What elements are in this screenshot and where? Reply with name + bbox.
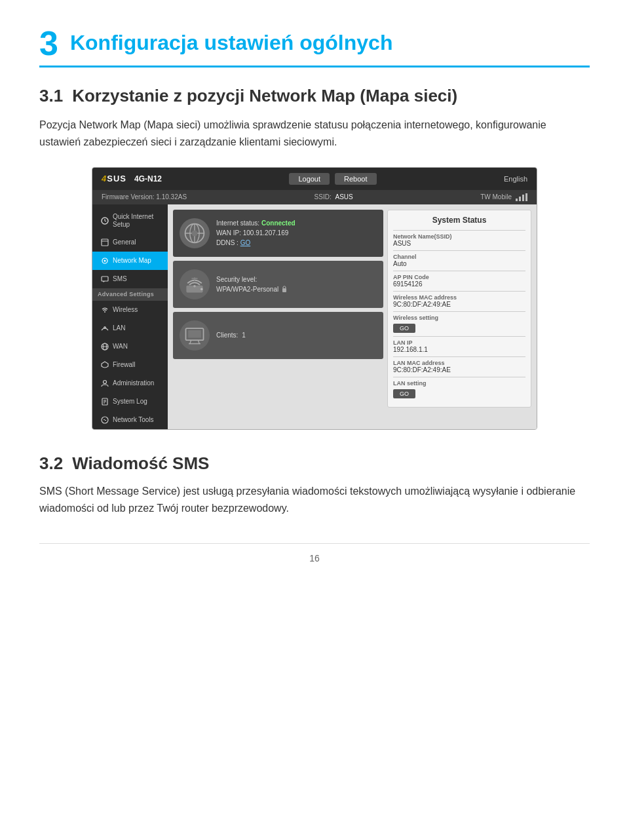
lan-mac-row: LAN MAC address 9C:80:DF:A2:49:AE [393,360,525,373]
svg-rect-1 [102,239,108,246]
lan-mac-value: 9C:80:DF:A2:49:AE [393,366,525,373]
system-status-title: System Status [393,216,525,225]
channel-label: Channel [393,254,525,260]
router-model: 4G-N12 [134,174,162,183]
quick-setup-icon [100,216,109,225]
globe-icon [183,221,206,245]
sidebar-item-network-map[interactable]: Network Map [92,252,168,270]
sidebar-label-lan: LAN [113,324,125,332]
ddns-label: DDNS : [216,239,238,246]
sidebar-item-network-tools[interactable]: Network Tools [92,411,168,429]
sidebar-label-administration: Administration [113,379,154,387]
internet-status-label: Internet status: [216,220,259,227]
network-panels: Internet status: Connected WAN IP: 100.9… [173,210,531,408]
firmware-version: Firmware Version: 1.10.32AS [102,193,187,200]
network-name-value: ASUS [393,240,525,247]
signal-bar-3 [522,195,524,201]
sidebar-item-quick-setup[interactable]: Quick Internet Setup [92,208,168,233]
lan-setting-label: LAN setting [393,380,525,387]
lan-mac-label: LAN MAC address [393,360,525,366]
globe-icon-container [180,218,210,248]
network-name-row: Network Name(SSID) ASUS [393,233,525,247]
clients-info: Clients: 1 [216,330,246,340]
sidebar-label-quick-setup: Quick Internet Setup [113,213,162,229]
internet-info: Internet status: Connected WAN IP: 100.9… [216,218,295,248]
chapter-title: Konfiguracja ustawień ogólnych [70,31,393,54]
lan-icon [100,324,109,333]
lan-ip-label: LAN IP [393,339,525,346]
ssid-info: SSID: ASUS [314,193,353,200]
sidebar-label-firewall: Firewall [113,361,135,369]
sidebar-item-system-log[interactable]: System Log [92,392,168,411]
section-32: 3.2 Wiadomość SMS SMS (Short Message Ser… [39,453,590,518]
signal-bar-1 [516,199,518,201]
svg-point-23 [193,285,196,288]
monitor-icon-container [180,320,210,351]
svg-point-6 [104,311,105,313]
security-info: Security level: WPA/WPA2-Personal [216,275,288,294]
svg-rect-5 [102,277,108,281]
clients-count: 1 [242,332,246,339]
section-32-title: Wiadomość SMS [72,453,209,474]
sidebar-label-sms: SMS [113,275,127,283]
section-31-title: Korzystanie z pozycji Network Map (Mapa … [72,86,457,106]
section-32-heading: 3.2 Wiadomość SMS [39,453,590,474]
svg-point-26 [200,288,203,290]
network-tools-icon [100,415,109,425]
router-nav-buttons: Logout Reboot [289,173,376,185]
sidebar-label-wireless: Wireless [113,306,138,314]
firmware-bar: Firmware Version: 1.10.32AS SSID: ASUS T… [92,190,537,204]
svg-rect-32 [188,330,201,338]
reboot-button[interactable]: Reboot [335,173,376,185]
sidebar-label-network-map: Network Map [113,257,151,265]
router-content: Internet status: Connected WAN IP: 100.9… [168,204,537,429]
ddns-go-link[interactable]: GO [240,239,251,246]
signal-bar-4 [525,193,527,201]
router-logo: 4SUS [102,174,126,183]
chapter-heading: 3 Konfiguracja ustawień ogólnych [39,26,590,67]
wireless-mac-label: Wireless MAC address [393,294,525,301]
general-icon [100,238,109,247]
monitor-icon [183,324,206,347]
lan-ip-value: 192.168.1.1 [393,346,525,353]
lan-setting-go-button[interactable]: GO [393,389,415,398]
firewall-icon [100,360,109,370]
logout-button[interactable]: Logout [289,173,330,185]
wireless-setting-go-button[interactable]: GO [393,324,415,333]
internet-panel: Internet status: Connected WAN IP: 100.9… [173,210,383,257]
lan-ip-row: LAN IP 192.168.1.1 [393,339,525,353]
internet-status-value: Connected [261,220,295,227]
clients-label: Clients: [216,332,238,339]
router-topbar: 4SUS 4G-N12 Logout Reboot English [92,168,537,190]
sidebar-label-general: General [113,239,136,246]
router-main: Quick Internet Setup General Network Map… [92,204,537,429]
sidebar-label-system-log: System Log [113,398,147,406]
signal-bars [516,193,527,201]
sidebar-label-wan: WAN [113,343,128,351]
section-32-body: SMS (Short Message Service) jest usługą … [39,483,590,518]
sidebar-item-sms[interactable]: SMS [92,270,168,288]
sidebar-item-wireless[interactable]: Wireless [92,301,168,319]
security-level-label: Security level: [216,275,288,284]
security-panel: Security level: WPA/WPA2-Personal [173,261,383,308]
sidebar-item-administration[interactable]: Administration [92,374,168,392]
network-map-icon [100,256,109,265]
svg-rect-27 [282,288,286,292]
wireless-setting-label: Wireless setting [393,315,525,321]
sidebar-item-lan[interactable]: LAN [92,319,168,337]
sidebar-item-firewall[interactable]: Firewall [92,356,168,374]
wan-icon [100,342,109,351]
left-panels: Internet status: Connected WAN IP: 100.9… [173,210,383,408]
network-name-label: Network Name(SSID) [393,233,525,240]
router-lang: English [504,175,527,183]
wireless-icon [100,305,109,315]
lock-icon [281,285,288,293]
ap-pin-value: 69154126 [393,280,525,288]
ap-pin-label: AP PIN Code [393,274,525,280]
lan-setting-row: LAN setting GO [393,380,525,398]
router-sidebar: Quick Internet Setup General Network Map… [92,204,168,429]
sidebar-item-wan[interactable]: WAN [92,337,168,356]
sidebar-item-general[interactable]: General [92,233,168,252]
section-31-heading: 3.1 Korzystanie z pozycji Network Map (M… [39,86,590,106]
security-level-value: WPA/WPA2-Personal [216,284,278,294]
